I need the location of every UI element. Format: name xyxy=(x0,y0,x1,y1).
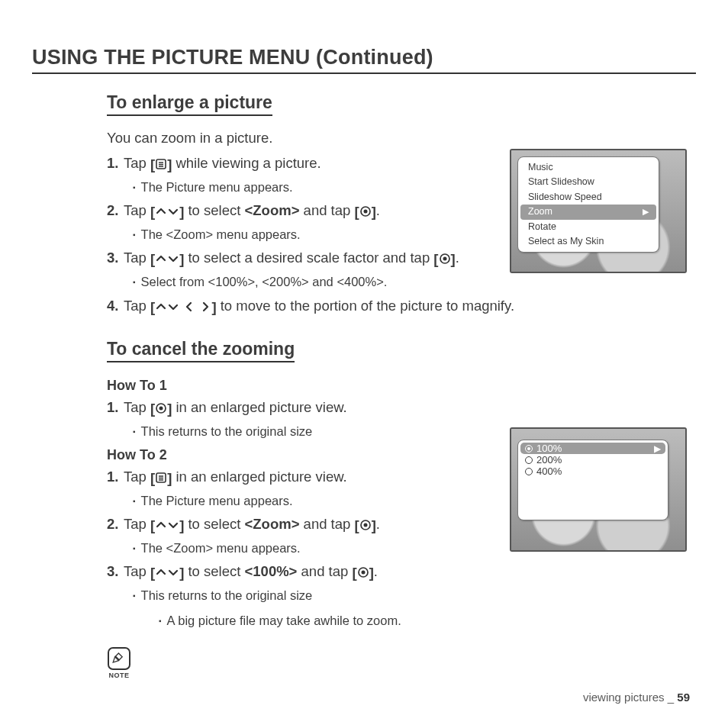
page-title: USING THE PICTURE MENU (Continued) xyxy=(32,46,696,74)
down-icon xyxy=(167,253,179,265)
select-icon xyxy=(359,519,372,531)
menu-item-slideshow-speed: Slideshow Speed xyxy=(520,190,656,205)
menu-icon xyxy=(155,158,167,170)
up-icon xyxy=(155,519,167,531)
select-icon xyxy=(357,566,369,578)
select-icon xyxy=(439,253,451,265)
device-screenshot-menu: Music Start Slideshow Slideshow Speed Zo… xyxy=(510,149,687,273)
down-icon xyxy=(167,519,179,531)
howto1-step1-sub: This returns to the original size xyxy=(133,423,462,440)
left-icon xyxy=(183,301,195,313)
menu-item-rotate: Rotate xyxy=(520,220,656,234)
select-icon xyxy=(359,205,372,217)
section-enlarge-heading: To enlarge a picture xyxy=(107,92,272,116)
zoom-option-200: 200% xyxy=(520,454,665,465)
section-cancel-heading: To cancel the zooming xyxy=(107,339,295,362)
up-icon xyxy=(155,566,167,578)
up-icon xyxy=(155,301,167,313)
up-icon xyxy=(155,205,167,217)
note-badge: NOTE xyxy=(107,647,131,679)
down-icon xyxy=(167,301,179,313)
menu-item-zoom: Zoom▶ xyxy=(520,205,656,219)
down-icon xyxy=(167,566,179,578)
menu-item-music: Music xyxy=(520,160,656,175)
note-icon xyxy=(111,650,127,667)
zoom-options-panel: 100%▶ 200% 400% xyxy=(517,440,668,520)
menu-icon xyxy=(155,472,167,484)
radio-on-icon xyxy=(525,445,533,453)
note-text: A big picture file may take awhile to zo… xyxy=(159,614,696,628)
picture-menu-panel: Music Start Slideshow Slideshow Speed Zo… xyxy=(517,156,659,253)
howto2-step1: 1.Tap [] in an enlarged picture view. Th… xyxy=(107,468,462,509)
step-1: 1.Tap [] while viewing a picture. The Pi… xyxy=(107,154,462,195)
zoom-option-100: 100%▶ xyxy=(520,443,665,454)
chevron-right-icon: ▶ xyxy=(643,205,649,218)
up-icon xyxy=(155,253,167,265)
page-footer: viewing pictures _ 59 xyxy=(583,691,690,704)
section-enlarge-intro: You can zoom in a picture. xyxy=(107,130,696,147)
select-icon xyxy=(155,402,167,414)
howto2-step3-sub: This returns to the original size xyxy=(133,587,462,604)
menu-item-select-as-my-skin: Select as My Skin xyxy=(520,234,656,249)
step-3-sub: Select from <100%>, <200%> and <400%>. xyxy=(133,273,462,290)
radio-off-icon xyxy=(525,456,533,464)
chevron-right-icon: ▶ xyxy=(654,443,661,454)
menu-item-start-slideshow: Start Slideshow xyxy=(520,175,656,189)
howto2-step2: 2.Tap [] to select <Zoom> and tap []. Th… xyxy=(107,515,462,556)
step-2: 2.Tap [] to select <Zoom> and tap []. Th… xyxy=(107,201,462,243)
page-number: 59 xyxy=(677,691,690,704)
down-icon xyxy=(167,205,179,217)
howto1-step1: 1.Tap [] in an enlarged picture view. Th… xyxy=(107,398,462,440)
howto-1-heading: How To 1 xyxy=(107,378,696,394)
zoom-option-400: 400% xyxy=(520,465,665,477)
right-icon xyxy=(199,301,211,313)
step-4: 4.Tap [ ] to move to the portion of the … xyxy=(107,297,696,317)
radio-off-icon xyxy=(525,468,533,475)
step-3: 3.Tap [] to select a desired scale facto… xyxy=(107,249,462,290)
howto2-step1-sub: The Picture menu appears. xyxy=(133,492,462,509)
step-2-sub: The <Zoom> menu appears. xyxy=(133,226,462,243)
device-screenshot-zoom: 100%▶ 200% 400% xyxy=(510,427,687,552)
step-1-sub: The Picture menu appears. xyxy=(133,179,462,195)
howto2-step3: 3.Tap [] to select <100%> and tap []. Th… xyxy=(107,562,462,604)
howto2-step2-sub: The <Zoom> menu appears. xyxy=(133,540,462,556)
